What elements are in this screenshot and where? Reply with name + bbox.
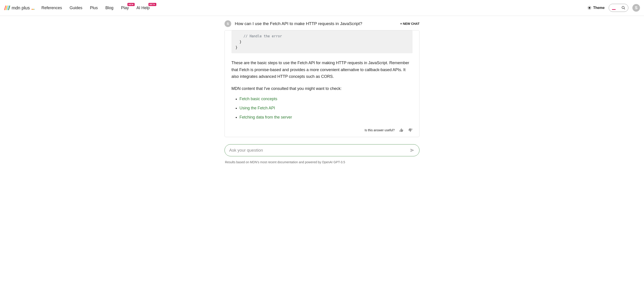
svg-line-6 — [590, 9, 591, 9]
answer-body: These are the basic steps to use the Fet… — [225, 53, 419, 128]
code-line: } — [236, 40, 242, 44]
user-avatar[interactable]: S — [632, 4, 640, 12]
main: S How can I use the Fetch API to make HT… — [147, 16, 497, 164]
nav-ai-help[interactable]: AI Help BETA — [136, 6, 150, 10]
link-list: Fetch basic concepts Using the Fetch API… — [232, 96, 412, 120]
link-fetch-concepts[interactable]: Fetch basic concepts — [240, 96, 277, 101]
nav: References Guides Plus Blog Play NEW AI … — [41, 6, 587, 10]
mdn-logo-icon — [4, 5, 10, 11]
input-wrap: Results based on MDN's most recent docum… — [224, 144, 420, 164]
svg-line-8 — [590, 6, 591, 7]
link-using-fetch[interactable]: Using the Fetch API — [240, 106, 275, 110]
sun-icon — [587, 6, 592, 10]
header-right: Theme S — [587, 4, 640, 12]
link-fetching-data[interactable]: Fetching data from the server — [240, 115, 292, 120]
code-block: // Handle the error } } — [232, 30, 412, 53]
feedback-label: Is this answer useful? — [364, 128, 395, 132]
search-icon — [622, 6, 626, 10]
list-item: Fetch basic concepts — [240, 96, 412, 102]
svg-point-0 — [589, 7, 590, 9]
question-input-row — [224, 144, 420, 156]
search-underline — [612, 9, 616, 10]
nav-blog[interactable]: Blog — [105, 6, 113, 10]
send-icon[interactable] — [410, 148, 415, 153]
thumbs-up-icon[interactable] — [399, 128, 404, 132]
code-comment: // Handle the error — [236, 34, 282, 38]
thumbs-down-icon[interactable] — [408, 128, 412, 132]
question-input[interactable] — [229, 148, 410, 153]
logo[interactable]: mdn plus — [4, 5, 35, 11]
feedback-row: Is this answer useful? — [225, 128, 419, 137]
nav-ai-help-label: AI Help — [136, 6, 150, 10]
theme-label: Theme — [593, 6, 605, 10]
nav-play-label: Play — [121, 6, 129, 10]
logo-text: mdn plus — [12, 5, 30, 10]
question-avatar: S — [224, 20, 231, 27]
question-text: How can I use the Fetch API to make HTTP… — [235, 21, 400, 26]
svg-line-7 — [588, 9, 589, 9]
site-header: mdn plus References Guides Plus Blog Pla… — [0, 0, 644, 16]
nav-references[interactable]: References — [41, 6, 62, 10]
svg-line-10 — [624, 8, 625, 10]
new-badge: NEW — [128, 3, 135, 6]
nav-guides[interactable]: Guides — [70, 6, 82, 10]
chat-header: S How can I use the Fetch API to make HT… — [224, 16, 420, 30]
theme-toggle[interactable]: Theme — [587, 6, 605, 10]
logo-underline — [32, 9, 35, 10]
svg-point-9 — [622, 6, 624, 9]
svg-line-5 — [588, 6, 589, 7]
beta-badge: BETA — [148, 3, 156, 6]
search-box[interactable] — [609, 4, 628, 12]
nav-plus[interactable]: Plus — [90, 6, 98, 10]
code-line: } — [236, 46, 238, 50]
disclaimer: Results based on MDN's most recent docum… — [224, 160, 420, 164]
nav-play[interactable]: Play NEW — [121, 6, 129, 10]
answer-paragraph: These are the basic steps to use the Fet… — [232, 60, 412, 80]
consulted-intro: MDN content that I've consulted that you… — [232, 86, 412, 92]
new-chat-button[interactable]: + NEW CHAT — [400, 22, 420, 26]
answer-card: // Handle the error } } These are the ba… — [224, 30, 420, 137]
list-item: Using the Fetch API — [240, 105, 412, 111]
list-item: Fetching data from the server — [240, 114, 412, 120]
